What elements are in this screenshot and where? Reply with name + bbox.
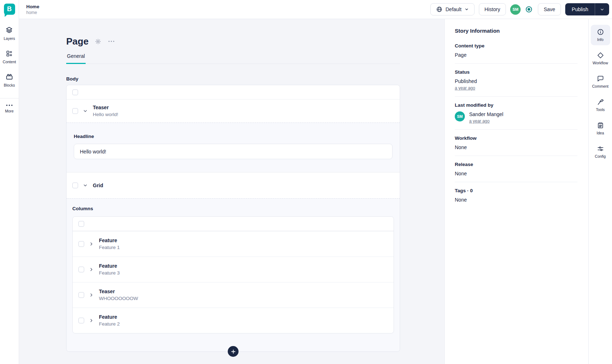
editor-content-column: Page General Body	[66, 19, 400, 352]
release-value: None	[455, 171, 577, 176]
columns-select-all-row	[73, 217, 394, 231]
block-preview: WHOOOOOOOW	[99, 295, 138, 302]
plus-icon	[231, 349, 236, 354]
publish-split-button: Publish	[565, 3, 609, 15]
topbar: Home home Default History SM	[19, 0, 612, 19]
block-checkbox[interactable]	[72, 183, 78, 188]
status-value: Published	[455, 78, 577, 84]
info-section-last-modified: Last modified by SM Sander Mangel a year…	[455, 97, 577, 130]
info-section-content-type: Content type Page	[455, 37, 577, 64]
modified-time-link[interactable]: a year ago	[469, 119, 490, 124]
live-status-button[interactable]	[525, 5, 533, 13]
field-label-columns: Columns	[72, 206, 394, 211]
chevron-down-icon	[464, 7, 469, 11]
modified-user-avatar: SM	[455, 111, 465, 121]
block-name: Teaser	[93, 104, 118, 111]
info-label: Release	[455, 162, 577, 167]
app-sidebar: B Layers Content Blocks	[0, 0, 19, 364]
block-settings-button[interactable]	[94, 38, 102, 45]
block-checkbox[interactable]	[78, 241, 84, 247]
publish-label: Publish	[572, 6, 588, 12]
rightbar-item-info[interactable]: Info	[591, 25, 610, 45]
rightbar-item-comment[interactable]: Comment	[591, 72, 610, 92]
block-name: Feature	[99, 237, 120, 244]
block-row-feature-1[interactable]: Feature Feature 1	[73, 231, 394, 257]
block-row-feature-2[interactable]: Feature Feature 2	[73, 308, 394, 333]
rightbar-item-workflow[interactable]: Workflow	[591, 48, 610, 69]
editor-tabs: General	[66, 53, 400, 64]
tab-general[interactable]: General	[66, 53, 86, 64]
select-all-checkbox[interactable]	[78, 221, 84, 227]
chevron-down-icon[interactable]	[83, 183, 88, 188]
sidebar-item-content[interactable]: Content	[3, 50, 16, 64]
history-button[interactable]: History	[479, 3, 506, 15]
chevron-right-icon[interactable]	[89, 318, 94, 323]
block-checkbox[interactable]	[78, 318, 84, 323]
chevron-right-icon[interactable]	[89, 267, 94, 272]
info-label: Tags · 0	[455, 188, 577, 193]
chevron-right-icon[interactable]	[89, 292, 94, 298]
tools-icon	[597, 98, 604, 106]
block-row-grid[interactable]: Grid	[67, 172, 400, 198]
config-icon	[597, 145, 604, 152]
story-title: Home	[26, 4, 39, 9]
rightbar-item-label: Workflow	[593, 61, 608, 65]
ellipsis-icon	[108, 41, 114, 42]
right-toolbar: Info Workflow Comment Tools	[588, 19, 612, 364]
rightbar-item-label: Tools	[596, 107, 605, 112]
page-header: Page	[66, 35, 400, 48]
headline-input[interactable]	[74, 144, 393, 159]
columns-block-list: Feature Feature 1 Feature Feature 3	[72, 216, 394, 333]
chevron-down-icon[interactable]	[83, 109, 88, 114]
sidebar-item-layers[interactable]: Layers	[4, 26, 15, 41]
block-preview: Feature 3	[99, 270, 120, 276]
comment-icon	[597, 75, 604, 82]
publish-button[interactable]: Publish	[565, 3, 595, 15]
blocks-icon	[5, 73, 13, 80]
info-label: Content type	[455, 43, 577, 49]
block-checkbox[interactable]	[72, 108, 78, 114]
block-name: Feature	[99, 314, 120, 320]
breadcrumb[interactable]: Home home	[26, 4, 39, 15]
block-checkbox[interactable]	[78, 292, 84, 298]
publish-dropdown-button[interactable]	[595, 3, 609, 15]
block-row-teaser[interactable]: Teaser Hello world!	[67, 100, 400, 123]
sidebar-divider	[0, 98, 19, 98]
select-all-checkbox[interactable]	[72, 89, 78, 95]
add-block-button[interactable]	[228, 346, 239, 357]
info-section-workflow: Workflow None	[455, 130, 577, 156]
page-title: Page	[66, 36, 89, 47]
content-icon	[6, 50, 13, 57]
rightbar-item-config[interactable]: Config	[591, 142, 610, 162]
language-selector-button[interactable]: Default	[430, 3, 474, 15]
content-type-value: Page	[455, 52, 577, 58]
globe-icon	[436, 6, 443, 13]
info-section-release: Release None	[455, 156, 577, 182]
block-checkbox[interactable]	[78, 267, 84, 272]
more-icon	[6, 104, 13, 106]
block-row-feature-3[interactable]: Feature Feature 3	[73, 257, 394, 282]
avatar-initials: SM	[512, 7, 518, 11]
rightbar-item-label: Info	[597, 37, 604, 42]
avatar-initials: SM	[457, 114, 463, 119]
chevron-right-icon[interactable]	[89, 241, 94, 246]
rightbar-item-idea[interactable]: Idea	[591, 118, 610, 139]
editor-main: Page General Body	[19, 19, 444, 364]
sidebar-item-blocks[interactable]: Blocks	[4, 73, 15, 87]
rightbar-item-tools[interactable]: Tools	[591, 95, 610, 115]
workflow-value: None	[455, 144, 577, 150]
status-time-link[interactable]: a year ago	[455, 86, 475, 91]
layers-icon	[5, 26, 13, 34]
block-name: Grid	[93, 182, 103, 189]
last-modified-row: SM Sander Mangel a year ago	[455, 111, 577, 124]
block-row-teaser-whooooooow[interactable]: Teaser WHOOOOOOOW	[73, 282, 394, 308]
sidebar-item-more[interactable]: More	[5, 104, 14, 113]
user-avatar[interactable]: SM	[510, 4, 521, 15]
workflow-icon	[597, 52, 604, 59]
storyblok-logo[interactable]: B	[4, 4, 15, 15]
save-button[interactable]: Save	[538, 3, 561, 15]
block-name: Teaser	[99, 288, 138, 295]
more-options-button[interactable]	[108, 40, 115, 43]
rightbar-item-label: Config	[595, 154, 606, 158]
info-section-tags: Tags · 0 None	[455, 182, 577, 208]
